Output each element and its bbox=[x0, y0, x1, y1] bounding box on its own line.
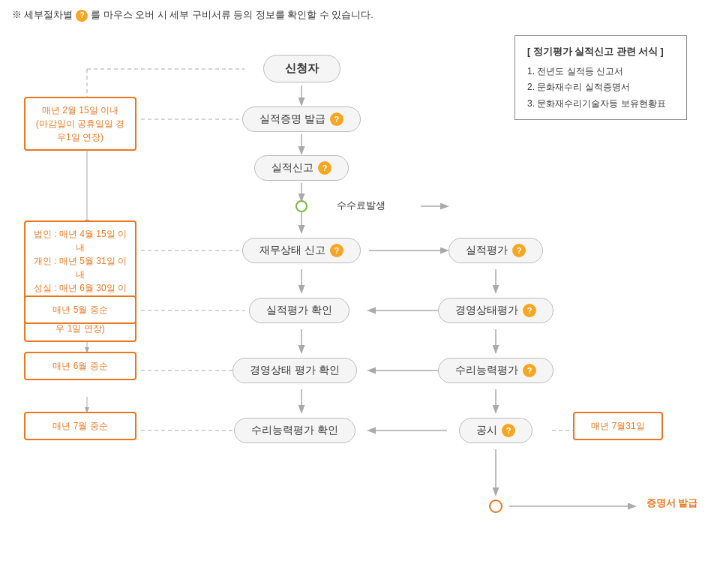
info-box-item-2: 2. 문화재수리 실적증명서 bbox=[527, 80, 674, 96]
timeline-box-4-text: 매년 6월 중순 bbox=[33, 359, 128, 373]
end-label: 증명서 발급 bbox=[646, 496, 698, 510]
step10-node: 공시 ? bbox=[451, 412, 541, 449]
fee-circle bbox=[296, 200, 308, 212]
step8-q-icon[interactable]: ? bbox=[523, 364, 536, 377]
step1-pill: 실적증명 발급 ? bbox=[242, 106, 361, 132]
step3-label: 재무상태 신고 bbox=[260, 244, 326, 257]
step7-pill: 경영상태 평가 확인 bbox=[232, 358, 357, 383]
step10-pill: 공시 ? bbox=[459, 418, 532, 443]
step10-q-icon[interactable]: ? bbox=[502, 424, 515, 437]
step8-label: 수리능력평가 bbox=[455, 364, 518, 377]
applicant-label: 신청자 bbox=[285, 62, 319, 76]
diagram-area: [ 정기평가 실적신고 관련 서식 ] 1. 전년도 실적등 신고서 2. 문화… bbox=[12, 29, 693, 577]
step6-q-icon[interactable]: ? bbox=[523, 304, 536, 317]
step6-label: 경영상태평가 bbox=[455, 304, 518, 317]
step7-node: 경영상태 평가 확인 bbox=[220, 352, 369, 389]
step3-pill: 재무상태 신고 ? bbox=[242, 238, 361, 263]
timeline-box-5-text: 매년 7월 중순 bbox=[33, 419, 128, 433]
step6-pill: 경영상태평가 ? bbox=[438, 298, 554, 323]
step2-pill: 실적신고 ? bbox=[254, 155, 349, 181]
end-circle bbox=[489, 500, 502, 513]
step3-node: 재무상태 신고 ? bbox=[237, 232, 366, 269]
page: ※ 세부절차별 ? 를 마우스 오버 시 세부 구비서류 등의 정보를 확인할 … bbox=[0, 0, 705, 577]
step6-node: 경영상태평가 ? bbox=[432, 292, 560, 329]
timeline-box-1: 매년 2월 15일 이내 (마감일이 공휴일일 경우1일 연장) bbox=[24, 97, 136, 151]
timeline-box-4: 매년 6월 중순 bbox=[24, 352, 136, 380]
step2-q-icon[interactable]: ? bbox=[318, 161, 332, 175]
notice-suffix: 를 마우스 오버 시 세부 구비서류 등의 정보를 확인할 수 있습니다. bbox=[91, 9, 373, 22]
notice-question-icon[interactable]: ? bbox=[76, 10, 88, 22]
timeline-box-3: 매년 5월 중순 bbox=[24, 296, 136, 324]
timeline-box-3-text: 매년 5월 중순 bbox=[33, 303, 128, 316]
step9-node: 수리능력평가 확인 bbox=[220, 412, 369, 449]
timeline-box-5: 매년 7월 중순 bbox=[24, 412, 136, 440]
step8-pill: 수리능력평가 ? bbox=[438, 358, 554, 383]
step5-node: 실적평가 확인 bbox=[230, 292, 369, 329]
timeline-box-2-line2: 개인 : 매년 5월 31일 이내 bbox=[33, 254, 128, 281]
step5-label: 실적평가 확인 bbox=[266, 304, 332, 317]
notice-bar: ※ 세부절차별 ? 를 마우스 오버 시 세부 구비서류 등의 정보를 확인할 … bbox=[12, 9, 693, 22]
step4-node: 실적평가 ? bbox=[440, 232, 552, 269]
step9-pill: 수리능력평가 확인 bbox=[234, 418, 356, 443]
step1-q-icon[interactable]: ? bbox=[330, 112, 344, 126]
step7-label: 경영상태 평가 확인 bbox=[250, 364, 340, 377]
timeline-box-6: 매년 7월31일 bbox=[573, 412, 663, 440]
info-box-item-3: 3. 문화재수리기술자등 보유현황표 bbox=[527, 96, 674, 112]
step1-node: 실적증명 발급 ? bbox=[237, 104, 366, 134]
step8-node: 수리능력평가 ? bbox=[436, 352, 556, 389]
info-box: [ 정기평가 실적신고 관련 서식 ] 1. 전년도 실적등 신고서 2. 문화… bbox=[514, 35, 687, 120]
applicant-pill: 신청자 bbox=[263, 55, 340, 82]
step4-pill: 실적평가 ? bbox=[448, 238, 543, 263]
step4-label: 실적평가 bbox=[466, 244, 508, 257]
timeline-box-2-line1: 법인 : 매년 4월 15일 이내 bbox=[33, 227, 128, 254]
step4-q-icon[interactable]: ? bbox=[512, 244, 526, 257]
end-label-node: 증명서 발급 bbox=[634, 493, 705, 514]
info-box-title: [ 정기평가 실적신고 관련 서식 ] bbox=[527, 44, 674, 61]
step10-label: 공시 bbox=[476, 424, 497, 437]
step5-pill: 실적평가 확인 bbox=[249, 298, 350, 323]
step2-node: 실적신고 ? bbox=[252, 153, 351, 183]
step3-q-icon[interactable]: ? bbox=[330, 244, 344, 257]
notice-prefix: ※ 세부절차별 bbox=[12, 9, 73, 22]
step9-label: 수리능력평가 확인 bbox=[251, 424, 338, 437]
info-box-item-1: 1. 전년도 실적등 신고서 bbox=[527, 64, 674, 80]
step2-label: 실적신고 bbox=[272, 161, 314, 175]
timeline-box-6-text: 매년 7월31일 bbox=[582, 419, 654, 433]
timeline-box-1-line1: 매년 2월 15일 이내 bbox=[33, 104, 128, 117]
step1-label: 실적증명 발급 bbox=[260, 112, 326, 126]
fee-label: 수수료발생 bbox=[337, 199, 386, 212]
fee-label-node: 수수료발생 bbox=[312, 194, 410, 217]
timeline-box-1-line2: (마감일이 공휴일일 경우1일 연장) bbox=[33, 117, 128, 144]
applicant-node: 신청자 bbox=[249, 52, 354, 86]
